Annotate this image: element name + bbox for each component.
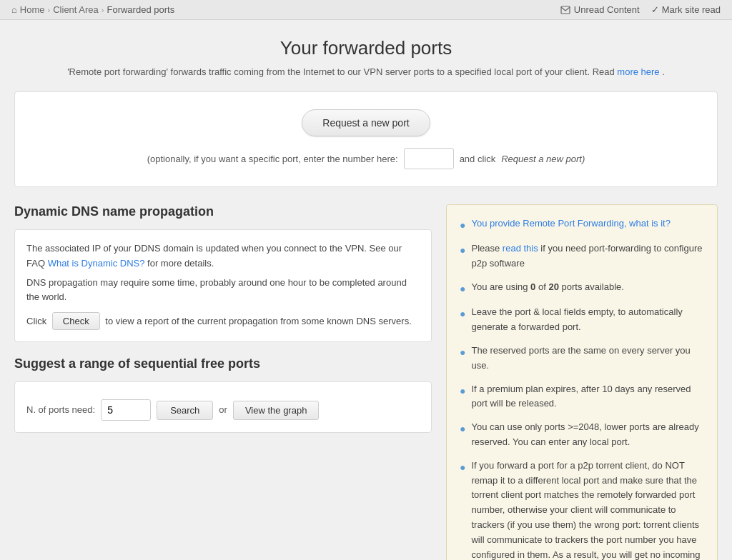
info-icon-2: ● — [460, 242, 465, 258]
info-item-6: ● If a premium plan expires, after 10 da… — [460, 382, 704, 412]
info-item-2: ● Please read this if you need port-forw… — [460, 241, 704, 271]
ddns-desc: The associated IP of your DDNS domain is… — [26, 241, 420, 271]
info-box: ● You provide Remote Port Forwarding, wh… — [446, 204, 718, 560]
info-text-7: You can use only ports >=2048, lower por… — [471, 420, 704, 450]
ddns-desc2: for more details. — [147, 258, 214, 269]
info-item-4: ● Leave the port & local fields empty, t… — [460, 305, 704, 335]
request-port-section: Request a new port (optionally, if you w… — [32, 109, 700, 169]
top-bar: Home › Client Area › Forwarded ports Unr… — [0, 0, 732, 20]
ddns-faq-link[interactable]: What is Dynamic DNS? — [48, 258, 145, 269]
subtitle-text: 'Remote port forwarding' forwards traffi… — [67, 66, 615, 77]
read-this-link[interactable]: read this — [503, 243, 538, 254]
info-text-5: The reserved ports are the same on every… — [471, 344, 704, 374]
info-text-3: You are using 0 of 20 ports available. — [471, 280, 623, 295]
suggest-card: N. of ports need: 5 Search or View the g… — [14, 381, 432, 433]
ddns-card: The associated IP of your DDNS domain is… — [14, 229, 432, 342]
home-icon — [11, 4, 17, 15]
ddns-check-row: Click Check to view a report of the curr… — [26, 312, 420, 330]
request-new-port-button[interactable]: Request a new port — [302, 109, 430, 136]
info-text-2: Please read this if you need port-forwar… — [471, 241, 704, 271]
info-item-5: ● The reserved ports are the same on eve… — [460, 344, 704, 374]
ports-label: N. of ports need: — [26, 403, 95, 418]
request-port-card: Request a new port (optionally, if you w… — [14, 91, 718, 187]
port-search-row: N. of ports need: 5 Search or View the g… — [26, 399, 420, 421]
unread-content-link[interactable]: Unread Content — [560, 4, 640, 15]
subtitle-end: . — [662, 66, 665, 77]
and-click-text: and click — [460, 154, 496, 164]
info-item-3: ● You are using 0 of 20 ports available. — [460, 280, 704, 296]
info-item-1: ● You provide Remote Port Forwarding, wh… — [460, 216, 704, 233]
info-list: ● You provide Remote Port Forwarding, wh… — [460, 216, 704, 560]
check-after-text: to view a report of the current propagat… — [105, 316, 411, 326]
main-content: Your forwarded ports 'Remote port forwar… — [0, 20, 732, 560]
specific-port-input[interactable] — [404, 148, 454, 169]
info-item-8: ● If you forward a port for a p2p torren… — [460, 459, 704, 560]
right-column: ● You provide Remote Port Forwarding, wh… — [446, 204, 718, 560]
suggest-section-title: Suggest a range of sequential free ports — [14, 356, 432, 371]
svg-rect-0 — [561, 6, 570, 14]
breadcrumb-current: Forwarded ports — [107, 4, 174, 15]
info-icon-8: ● — [460, 459, 465, 475]
breadcrumb-sep-2: › — [102, 6, 104, 14]
breadcrumb-client-area[interactable]: Client Area — [53, 4, 99, 15]
click-text: Click — [26, 316, 46, 326]
info-text-8: If you forward a port for a p2p torrent … — [471, 459, 704, 560]
breadcrumb-sep-1: › — [48, 6, 51, 14]
breadcrumb-home[interactable]: Home — [20, 4, 45, 15]
info-icon-1: ● — [460, 217, 465, 233]
info-icon-4: ● — [460, 306, 465, 321]
info-icon-7: ● — [460, 421, 465, 436]
ddns-section-title: Dynamic DNS name propagation — [14, 204, 432, 219]
unread-content-label: Unread Content — [574, 4, 640, 15]
check-button[interactable]: Check — [52, 312, 100, 330]
two-col-layout: Dynamic DNS name propagation The associa… — [14, 204, 718, 560]
left-column: Dynamic DNS name propagation The associa… — [14, 204, 432, 560]
info-icon-6: ● — [460, 383, 465, 399]
search-button[interactable]: Search — [157, 401, 213, 420]
more-here-link[interactable]: more here — [617, 66, 659, 77]
optional-text: (optionally, if you want a specific port… — [147, 154, 398, 164]
info-item-7: ● You can use only ports >=2048, lower p… — [460, 420, 704, 450]
info-icon-3: ● — [460, 281, 465, 296]
page-subtitle: 'Remote port forwarding' forwards traffi… — [14, 66, 718, 77]
ddns-desc3: DNS propagation may require some time, p… — [26, 276, 420, 306]
mark-site-read-link[interactable]: Mark site read — [651, 4, 721, 15]
check-icon — [651, 4, 659, 15]
mark-site-read-label: Mark site read — [662, 4, 721, 15]
page-title: Your forwarded ports — [14, 37, 718, 59]
top-bar-right: Unread Content Mark site read — [560, 4, 721, 15]
port-input-row: (optionally, if you want a specific port… — [147, 148, 585, 169]
info-text-6: If a premium plan expires, after 10 days… — [471, 382, 704, 412]
ports-need-input[interactable]: 5 — [101, 399, 151, 421]
or-text: or — [219, 403, 227, 418]
info-text-4: Leave the port & local fields empty, to … — [471, 305, 704, 335]
italic-request-label: Request a new port) — [501, 154, 585, 164]
unread-icon — [560, 5, 570, 15]
info-link-1[interactable]: You provide Remote Port Forwarding, what… — [471, 216, 670, 231]
breadcrumb: Home › Client Area › Forwarded ports — [11, 4, 174, 15]
info-icon-5: ● — [460, 344, 465, 360]
view-graph-button[interactable]: View the graph — [233, 401, 320, 420]
